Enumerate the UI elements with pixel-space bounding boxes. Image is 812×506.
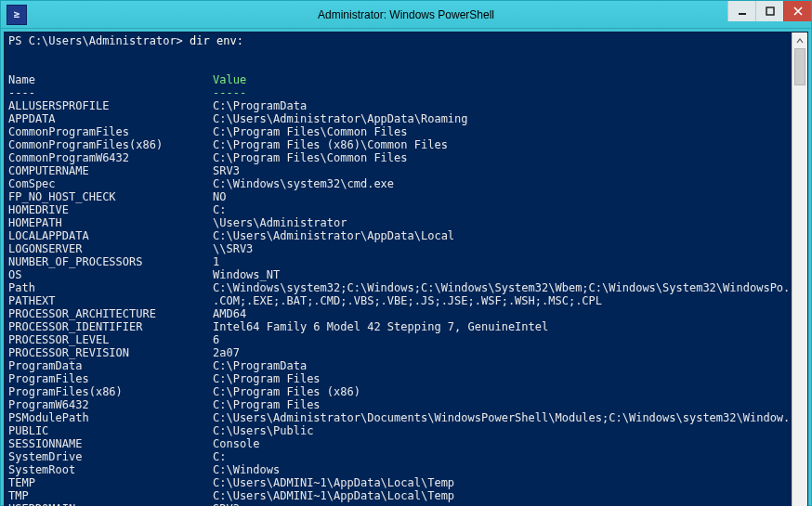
scroll-thumb[interactable] [794, 48, 805, 85]
powershell-window: ≥ Administrator: Windows PowerShell PS C… [0, 0, 812, 506]
powershell-icon-glyph: ≥ [14, 8, 20, 20]
svg-rect-1 [766, 7, 774, 15]
minimize-button[interactable] [727, 1, 755, 21]
console-output[interactable]: PS C:\Users\Administrator> dir env: Name… [5, 32, 792, 506]
close-icon [793, 6, 803, 16]
client-area: PS C:\Users\Administrator> dir env: Name… [4, 32, 808, 506]
maximize-icon [766, 6, 775, 16]
powershell-icon: ≥ [7, 5, 27, 25]
vertical-scrollbar[interactable] [792, 32, 807, 506]
window-controls [727, 1, 811, 21]
svg-rect-0 [739, 13, 746, 15]
scroll-up-button[interactable] [792, 32, 807, 48]
chevron-up-icon [796, 37, 804, 45]
minimize-icon [738, 6, 747, 16]
window-title: Administrator: Windows PowerShell [1, 8, 811, 21]
close-button[interactable] [783, 1, 811, 21]
titlebar[interactable]: ≥ Administrator: Windows PowerShell [1, 1, 811, 29]
scroll-track[interactable] [792, 48, 807, 506]
maximize-button[interactable] [755, 1, 783, 21]
